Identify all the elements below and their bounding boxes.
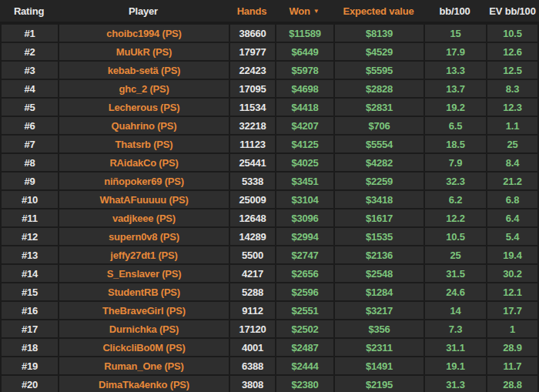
cell-player[interactable]: Quahrino (PS)	[59, 117, 229, 134]
cell-ev_bb_100: 21.2	[487, 173, 537, 189]
cell-won: $2380	[276, 376, 333, 392]
cell-bb_100: 17.9	[425, 43, 486, 60]
cell-expected_value: $2311	[335, 339, 424, 356]
column-header-label: Player	[129, 5, 158, 17]
cell-won: $2994	[276, 228, 333, 245]
cell-player[interactable]: Thatsrb (PS)	[59, 136, 229, 152]
cell-expected_value: $1617	[335, 209, 424, 226]
cell-bb_100: 6.2	[425, 191, 486, 208]
cell-hands: 6388	[230, 357, 275, 374]
cell-rating: #17	[2, 320, 58, 337]
cell-won: $2551	[276, 302, 333, 319]
cell-rating: #14	[2, 265, 58, 282]
cell-won: $4025	[276, 154, 333, 171]
cell-won: $4207	[276, 117, 333, 134]
cell-hands: 25441	[230, 154, 275, 171]
cell-hands: 4217	[230, 265, 275, 282]
cell-player[interactable]: ClickcliBo0M (PS)	[59, 339, 229, 356]
cell-player[interactable]: RAidakCo (PS)	[59, 154, 229, 171]
cell-bb_100: 19.1	[425, 357, 486, 374]
cell-rating: #7	[2, 136, 58, 152]
cell-expected_value: $5595	[335, 62, 424, 79]
cell-expected_value: $1491	[335, 357, 424, 374]
cell-player[interactable]: kebab-setä (PS)	[59, 62, 229, 79]
cell-player[interactable]: ghc_2 (PS)	[59, 80, 229, 97]
cell-hands: 38660	[230, 25, 275, 42]
cell-bb_100: 18.5	[425, 136, 486, 152]
cell-player[interactable]: jeffy27dt1 (PS)	[59, 246, 229, 263]
cell-expected_value: $2136	[335, 246, 424, 263]
column-header-expected_value[interactable]: Expected value	[333, 0, 424, 22]
cell-expected_value: $2828	[335, 80, 424, 97]
column-header-bb_100[interactable]: bb/100	[424, 0, 486, 22]
cell-ev_bb_100: 12.6	[487, 43, 537, 60]
cell-player[interactable]: vadjkeee (PS)	[59, 209, 229, 226]
cell-bb_100: 15	[425, 25, 486, 42]
cell-hands: 5338	[230, 173, 275, 189]
table-header-row: RatingPlayerHandsWon▼Expected valuebb/10…	[0, 0, 539, 22]
cell-rating: #18	[2, 339, 58, 356]
cell-player[interactable]: Lecherous (PS)	[59, 99, 229, 116]
cell-won: $2487	[276, 339, 333, 356]
cell-rating: #5	[2, 99, 58, 116]
cell-rating: #15	[2, 283, 58, 300]
cell-rating: #19	[2, 357, 58, 374]
cell-won: $2502	[276, 320, 333, 337]
column-header-rating[interactable]: Rating	[0, 0, 58, 22]
column-header-ev_bb_100[interactable]: EV bb/100	[486, 0, 539, 22]
cell-rating: #3	[2, 62, 58, 79]
cell-player[interactable]: choibc1994 (PS)	[59, 25, 229, 42]
cell-rating: #4	[2, 80, 58, 97]
cell-player[interactable]: supern0v8 (PS)	[59, 228, 229, 245]
column-header-label: Expected value	[343, 5, 414, 17]
column-header-won[interactable]: Won▼	[275, 0, 333, 22]
cell-ev_bb_100: 28.8	[487, 376, 537, 392]
cell-bb_100: 7.9	[425, 154, 486, 171]
column-header-label: bb/100	[440, 5, 470, 17]
cell-player[interactable]: DimaTka4enko (PS)	[59, 376, 229, 392]
cell-bb_100: 6.5	[425, 117, 486, 134]
cell-hands: 9112	[230, 302, 275, 319]
cell-won: $4698	[276, 80, 333, 97]
cell-hands: 11534	[230, 99, 275, 116]
cell-rating: #13	[2, 246, 58, 263]
cell-player[interactable]: niñopoker69 (PS)	[59, 173, 229, 189]
cell-bb_100: 31.1	[425, 339, 486, 356]
column-header-label: Rating	[14, 5, 44, 17]
cell-player[interactable]: TheBraveGirl (PS)	[59, 302, 229, 319]
cell-ev_bb_100: 8.4	[487, 154, 537, 171]
cell-won: $2444	[276, 357, 333, 374]
cell-won: $3451	[276, 173, 333, 189]
cell-ev_bb_100: 10.5	[487, 25, 537, 42]
column-header-hands[interactable]: Hands	[229, 0, 275, 22]
cell-rating: #8	[2, 154, 58, 171]
cell-ev_bb_100: 5.4	[487, 228, 537, 245]
cell-bb_100: 19.2	[425, 99, 486, 116]
cell-won: $3096	[276, 209, 333, 226]
cell-hands: 17120	[230, 320, 275, 337]
cell-player[interactable]: S_Enslaver (PS)	[59, 265, 229, 282]
cell-expected_value: $1535	[335, 228, 424, 245]
cell-ev_bb_100: 8.3	[487, 80, 537, 97]
cell-hands: 5500	[230, 246, 275, 263]
cell-ev_bb_100: 17.7	[487, 302, 537, 319]
cell-hands: 14289	[230, 228, 275, 245]
cell-hands: 25009	[230, 191, 275, 208]
cell-won: $2747	[276, 246, 333, 263]
cell-player[interactable]: MuUkR (PS)	[59, 43, 229, 60]
cell-hands: 5288	[230, 283, 275, 300]
cell-player[interactable]: StudentRB (PS)	[59, 283, 229, 300]
cell-expected_value: $2195	[335, 376, 424, 392]
cell-expected_value: $4529	[335, 43, 424, 60]
cell-bb_100: 13.3	[425, 62, 486, 79]
cell-rating: #20	[2, 376, 58, 392]
cell-hands: 12648	[230, 209, 275, 226]
cell-bb_100: 25	[425, 246, 486, 263]
cell-expected_value: $356	[335, 320, 424, 337]
column-header-player[interactable]: Player	[58, 0, 229, 22]
cell-player[interactable]: Ruman_One (PS)	[59, 357, 229, 374]
cell-player[interactable]: WhatAFuuuuu (PS)	[59, 191, 229, 208]
cell-expected_value: $8139	[335, 25, 424, 42]
cell-player[interactable]: Durnichka (PS)	[59, 320, 229, 337]
cell-won: $2656	[276, 265, 333, 282]
